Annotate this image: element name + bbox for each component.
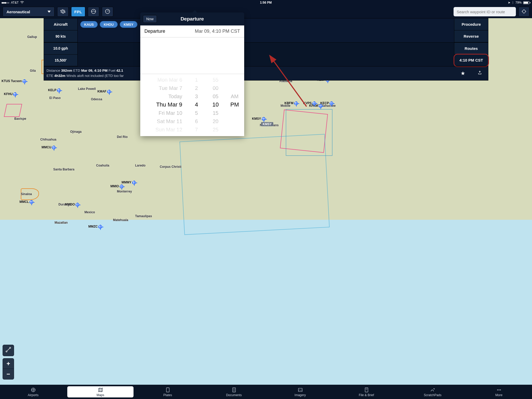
city-label: Lake Powell [78,87,96,91]
airport-label[interactable]: MMIO [110,184,123,188]
waypoint-marker-kmsy[interactable]: KMSY [261,122,273,126]
city-label: Matehuala [113,218,128,222]
airport-label[interactable]: KFHU [4,92,17,96]
city-label: Monterrey [117,190,132,193]
city-label: Corpus Christi [160,165,181,169]
flight-plan-button[interactable]: FPL [71,7,85,17]
picker-item[interactable]: 5 [195,109,198,117]
airport-label[interactable]: KMSY [252,117,265,121]
popover-title: Departure [181,16,204,22]
airport-label[interactable]: MMCU [42,145,56,149]
picker-item[interactable]: 3 [195,92,198,101]
airport-label[interactable]: MMCL [19,200,33,204]
city-label: Chihuahua [40,138,56,141]
param-fuelburn[interactable]: 10.0 gph [44,43,77,55]
city-label: Del Rio [117,135,128,139]
datetime-picker[interactable]: Mon Mar 6Tue Mar 7TodayThu Mar 9Fri Mar … [140,74,244,136]
airport-label[interactable]: KELP [48,88,61,92]
city-label: Tamaulipas [135,214,152,218]
city-label: Santa Barbara [53,168,74,171]
picker-item[interactable]: 1 [195,76,198,84]
city-label: Gallup [27,35,37,39]
picker-date-column[interactable]: Mon Mar 6Tue Mar 7TodayThu Mar 9Fri Mar … [140,74,187,136]
airport-label[interactable]: KECP [320,101,332,105]
picker-item[interactable]: 25 [213,125,218,134]
map-layer-select[interactable]: Aeronautical [3,7,55,17]
picker-item[interactable]: 05 [213,92,218,101]
city-label: Mexico [84,210,95,214]
now-button[interactable]: Now [143,15,157,23]
picker-item[interactable]: Sat Mar 11 [157,117,182,125]
param-altitude[interactable]: 15,500' [44,55,77,66]
airport-label[interactable]: MMDO [65,203,79,207]
departure-popover: Now Departure Departure Mar 09, 4:10 PM … [140,12,244,136]
picker-item[interactable]: Tue Mar 7 [159,84,182,92]
waypoint-chip[interactable]: KMSY [120,21,137,28]
param-aircraft[interactable]: Aircraft [44,18,77,30]
attitude-button[interactable] [88,7,99,17]
chevron-down-icon [48,11,51,13]
city-label: Odessa [91,97,102,101]
picker-item[interactable]: AM [231,92,238,101]
city-label: Mazatlan [55,221,68,224]
wifi-icon [20,1,24,5]
settings-gear-button[interactable] [57,7,69,17]
picker-item[interactable]: Sun Mar 12 [155,125,182,134]
city-label: El Paso [49,96,61,100]
gauge-icon [105,9,110,15]
picker-item[interactable]: 4 [195,101,198,109]
picker-item[interactable]: 7 [195,125,198,134]
picker-item[interactable]: Today [168,92,182,101]
city-label: Coahuila [96,164,109,167]
gear-icon [60,9,65,15]
status-bar: AT&T 1:56 PM ➤ ᛒ 79% [0,0,332,5]
airport-label[interactable]: KVPS [303,101,316,105]
city-label: Laredo [135,164,145,167]
picker-hour-column[interactable]: 1234567 [187,74,206,136]
status-time: 1:56 PM [260,1,272,4]
airport-label[interactable]: KTUS Tucson [2,79,26,83]
city-label: Ojinaga [70,130,82,134]
picker-item[interactable]: 2 [195,84,198,92]
picker-item[interactable]: Fri Mar 10 [158,109,182,117]
picker-item[interactable]: 10 [212,101,219,109]
picker-item[interactable]: 55 [213,76,218,84]
waypoint-chip[interactable]: KAUS [80,21,98,28]
carrier-label: AT&T [11,1,19,4]
signal-dots-icon [2,1,9,4]
picker-ampm-column[interactable]: AMPM [225,74,244,136]
layer-label: Aeronautical [6,10,30,14]
attitude-icon [91,9,96,15]
airport-label[interactable]: KBFM [284,101,298,105]
departure-summary-label: Departure [144,29,165,34]
city-label: Sinaloa [21,192,32,196]
departure-summary-value: Mar 09, 4:10 PM CST [195,29,240,34]
city-label: Bavispe [14,117,26,121]
departure-summary-row[interactable]: Departure Mar 09, 4:10 PM CST [140,25,244,37]
picker-item[interactable]: Thu Mar 9 [156,101,182,109]
airport-label[interactable]: MMMY [122,181,136,184]
picker-item[interactable]: 20 [213,117,218,125]
param-speed[interactable]: 90 kts [44,30,77,42]
picker-item[interactable]: 6 [195,117,198,125]
airport-label[interactable]: KMAF [97,90,111,94]
airport-label[interactable]: MMZC [88,225,102,229]
picker-item[interactable]: 15 [213,109,218,117]
picker-minute-column[interactable]: 55000510152025 [206,74,225,136]
city-label: Gila [30,69,36,72]
fpl-label: FPL [74,10,82,14]
gauge-button[interactable] [102,7,113,17]
picker-item[interactable]: Mon Mar 6 [157,76,182,84]
picker-item[interactable]: 00 [213,84,218,92]
waypoint-chip[interactable]: KHOU [100,21,117,28]
picker-item[interactable]: PM [230,101,239,109]
